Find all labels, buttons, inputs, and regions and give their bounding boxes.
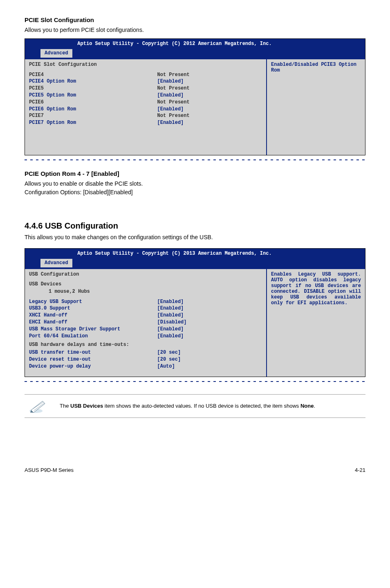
bios-setting-label: USB3.0 Support [29, 305, 157, 312]
bios-setting-value: [Disabled] [157, 319, 262, 326]
usb-devices-value: 1 mouse,2 Hubs [29, 289, 262, 294]
bios-setting-value: Not Present [157, 85, 262, 92]
bios-setting-label: USB transfer time-out [29, 349, 157, 356]
bios-setting-label: PCIE4 [29, 72, 157, 79]
bios-setting-row[interactable]: Legacy USB Support[Enabled] [29, 298, 262, 305]
note-text: The USB Devices item shows the auto-dete… [60, 403, 315, 409]
bios-setting-row[interactable]: USB3.0 Support[Enabled] [29, 305, 262, 312]
footer-right: 4-21 [355, 467, 365, 473]
bios-setting-row[interactable]: USB transfer time-out[20 sec] [29, 349, 262, 356]
bios-header-text: Aptio Setup Utility - Copyright (C) 2013… [28, 250, 362, 257]
bios-setting-row: PCIE5Not Present [29, 85, 262, 92]
pcie-option-rom-desc1: Allows you to enable or disable the PCIE… [25, 180, 365, 188]
bios-setting-label: PCIE5 Option Rom [29, 92, 157, 99]
pcie-slot-config-desc: Allows you to perform PCIE slot configur… [25, 26, 365, 34]
bios-setting-row: PCIE7Not Present [29, 112, 262, 119]
bios-help-pane: Enables Legacy USB support. AUTO option … [267, 269, 365, 377]
bios-setting-label: PCIE6 Option Rom [29, 106, 157, 113]
bios-setting-value: [20 sec] [157, 356, 262, 363]
bios-setting-value: [Enabled] [157, 78, 262, 85]
bios-setting-value: [Enabled] [157, 92, 262, 99]
bios-setting-value: [Auto] [157, 363, 262, 370]
bios-tab-advanced[interactable]: Advanced [40, 49, 72, 58]
bios-setting-row[interactable]: PCIE6 Option Rom[Enabled] [29, 106, 262, 113]
bios-setting-value: [Enabled] [157, 305, 262, 312]
bios-setting-label: PCIE6 [29, 99, 157, 106]
bios-setting-row[interactable]: PCIE7 Option Rom[Enabled] [29, 119, 262, 126]
bios-pcie-slot-panel: Aptio Setup Utility - Copyright (C) 2012… [25, 38, 365, 155]
bios-setting-value: Not Present [157, 112, 262, 119]
bios-setting-row[interactable]: PCIE5 Option Rom[Enabled] [29, 92, 262, 99]
bios-help-pane: Enabled/Disabled PCIE3 Option Rom [267, 59, 365, 155]
bios-setting-value: [Enabled] [157, 326, 262, 333]
bios-setting-label: PCIE4 Option Rom [29, 78, 157, 85]
bios-setting-row: PCIE6Not Present [29, 99, 262, 106]
bios-body: PCIE Slot Configuration PCIE4Not Present… [25, 59, 365, 155]
usb-config-desc: This allows you to make changes on the c… [25, 233, 365, 242]
pcie-option-rom-heading: PCIE Option Rom 4 - 7 [Enabled] [25, 170, 365, 177]
bios-tab-row: Advanced [25, 259, 365, 269]
bios-tab-advanced[interactable]: Advanced [40, 259, 72, 267]
bios-left-pane: USB Configuration USB Devices 1 mouse,2 … [25, 269, 267, 377]
dashed-separator [25, 379, 365, 384]
bios-setting-value: [Enabled] [157, 298, 262, 305]
bios-tab-row: Advanced [25, 49, 365, 59]
bios-header: Aptio Setup Utility - Copyright (C) 2012… [25, 39, 365, 49]
bios-setting-row[interactable]: USB Mass Storage Driver Support[Enabled] [29, 326, 262, 333]
bios-setting-row[interactable]: Device reset time-out[20 sec] [29, 356, 262, 363]
bios-header-text: Aptio Setup Utility - Copyright (C) 2012… [28, 40, 362, 47]
bios-setting-label: XHCI Hand-off [29, 312, 157, 319]
dashed-separator [25, 158, 365, 162]
bios-setting-row[interactable]: Device power-up delay[Auto] [29, 363, 262, 370]
bios-setting-label: Device reset time-out [29, 356, 157, 363]
page-footer: ASUS P9D-M Series 4-21 [25, 467, 365, 473]
bios-setting-row[interactable]: PCIE4 Option Rom[Enabled] [29, 78, 262, 85]
bios-setting-label: PCIE5 [29, 85, 157, 92]
bios-usb-config-panel: Aptio Setup Utility - Copyright (C) 2013… [25, 248, 365, 377]
footer-left: ASUS P9D-M Series [25, 467, 74, 473]
bios-setting-row[interactable]: Port 60/64 Emulation[Enabled] [29, 333, 262, 340]
pcie-slot-config-heading: PCIE Slot Configuration [25, 16, 365, 23]
bios-setting-value: Not Present [157, 72, 262, 79]
usb-devices-label: USB Devices [29, 281, 262, 287]
bios-help-text: Enabled/Disabled PCIE3 Option Rom [271, 62, 361, 73]
bios-setting-label: USB Mass Storage Driver Support [29, 326, 157, 333]
bios-setting-value: [Enabled] [157, 106, 262, 113]
bios-setting-label: Port 60/64 Emulation [29, 333, 157, 340]
pencil-icon [29, 399, 47, 413]
bios-setting-value: [Enabled] [157, 333, 262, 340]
bios-setting-row: PCIE4Not Present [29, 72, 262, 79]
bios-setting-label: PCIE7 Option Rom [29, 119, 157, 126]
usb-config-heading: 4.4.6 USB Configuration [25, 221, 365, 231]
bios-left-pane: PCIE Slot Configuration PCIE4Not Present… [25, 59, 267, 155]
bios-setting-value: [Enabled] [157, 312, 262, 319]
bios-setting-value: [Enabled] [157, 119, 262, 126]
bios-setting-label: EHCI Hand-off [29, 319, 157, 326]
bios-section-title: PCIE Slot Configuration [29, 62, 262, 67]
bios-setting-value: Not Present [157, 99, 262, 106]
usb-hw-delays-title: USB hardware delays and time-outs: [29, 342, 262, 348]
note-callout: The USB Devices item shows the auto-dete… [25, 394, 365, 418]
bios-setting-value: [20 sec] [157, 349, 262, 356]
pcie-option-rom-desc2: Configuration Options: [Disabled][Enable… [25, 188, 365, 197]
bios-setting-label: Legacy USB Support [29, 298, 157, 305]
bios-header: Aptio Setup Utility - Copyright (C) 2013… [25, 249, 365, 259]
bios-setting-label: Device power-up delay [29, 363, 157, 370]
bios-help-text: Enables Legacy USB support. AUTO option … [271, 272, 361, 306]
bios-setting-row[interactable]: XHCI Hand-off[Enabled] [29, 312, 262, 319]
bios-setting-label: PCIE7 [29, 112, 157, 119]
bios-section-title: USB Configuration [29, 272, 262, 277]
bios-setting-row[interactable]: EHCI Hand-off[Disabled] [29, 319, 262, 326]
bios-body: USB Configuration USB Devices 1 mouse,2 … [25, 269, 365, 377]
